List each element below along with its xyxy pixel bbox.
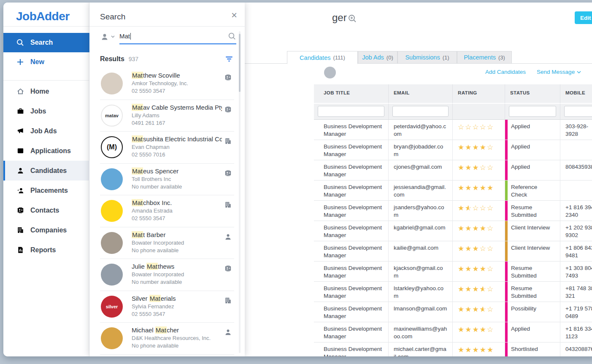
table-row[interactable]: Business Development Managerkjackson@gma… — [314, 262, 592, 282]
filter-mobile-input[interactable] — [564, 106, 592, 117]
cell-mobile: +1 303 804 7493 — [560, 262, 592, 282]
col-email[interactable]: EMAIL — [389, 84, 453, 104]
search-result-item[interactable]: matavMatav Cable Systems Media Pty Limit… — [89, 100, 245, 132]
search-result-item[interactable]: Mateus SpencerToll Brothers IncNo number… — [89, 164, 245, 196]
candidates-table: JOB TITLE EMAIL RATING STATUS MOBILE CUR… — [314, 84, 592, 356]
sidebar-item-label: Applications — [30, 147, 71, 155]
table-row[interactable]: Business Development Managerlmanson@gmai… — [314, 302, 592, 322]
jobadder-logo[interactable]: JobAdder — [16, 10, 70, 23]
table-row[interactable]: Business Development Managerkailie@gmail… — [314, 241, 592, 262]
table-row[interactable]: Business Development Managerjessiesandia… — [314, 181, 592, 201]
search-result-item[interactable]: silverSilver MaterialsSylvia Fernandez02… — [89, 291, 245, 323]
sidebar-item-job-ads[interactable]: Job Ads — [3, 121, 89, 141]
table-row[interactable]: Business Development Managerjsanders@yah… — [314, 201, 592, 221]
sidebar-item-jobs[interactable]: Jobs — [3, 101, 89, 121]
table-row[interactable]: Business Development Managerkgabriel@gma… — [314, 221, 592, 241]
star-rating[interactable]: ☆☆☆☆☆ — [458, 123, 494, 131]
col-job-title[interactable]: JOB TITLE — [314, 84, 389, 104]
top-action-buttons: Edit Job Post Job Ad Send Message — [575, 11, 592, 24]
search-submit-icon[interactable] — [228, 32, 236, 42]
result-phone: 0491 261 167 — [132, 120, 222, 126]
cell-status: Resume Submitted — [505, 282, 560, 302]
scrollbar-thumb[interactable] — [239, 34, 241, 92]
cell-status: Applied — [505, 140, 560, 160]
search-result-item[interactable]: Michael MatcherD&K Healthcare Resources,… — [89, 323, 245, 355]
cell-job-title: Business Development Manager — [314, 181, 389, 201]
sidebar-item-search[interactable]: Search — [3, 33, 89, 52]
cell-email: bryan@jobadder.com — [389, 140, 453, 160]
match-highlight: Mat — [132, 72, 143, 79]
send-message-link[interactable]: Send Message — [537, 69, 581, 75]
filter-email-input[interactable] — [392, 106, 449, 117]
star-rating[interactable]: ★★★★★ — [458, 346, 494, 354]
sidebar-item-placements[interactable]: Placements — [3, 181, 89, 200]
sidebar-item-reports[interactable]: Reports — [3, 240, 89, 260]
search-result-item[interactable]: Julie MatthewsBowater IncorporatedNo num… — [89, 259, 245, 291]
sidebar-item-applications[interactable]: Applications — [3, 141, 89, 161]
table-row[interactable]: Business Development Managerbryan@jobadd… — [314, 140, 592, 160]
result-name: Matt Barber — [132, 231, 222, 238]
result-name: Matthew Scoville — [132, 72, 222, 79]
filter-status-input[interactable] — [509, 106, 556, 117]
result-name: Matsushita Electric Industrial Co. — [132, 135, 222, 143]
star-rating[interactable]: ★★★★★ — [458, 184, 494, 192]
cell-status: Possibility — [505, 302, 560, 322]
sidebar-item-label: Companies — [30, 226, 67, 234]
cell-email: michael.carter@gmail.com — [389, 342, 453, 356]
cell-rating: ★★★☆★☆ — [453, 302, 505, 322]
star-rating[interactable]: ★★★★☆ — [458, 143, 494, 151]
status-color-bar — [505, 181, 508, 200]
sidebar-item-candidates[interactable]: Candidates — [3, 161, 89, 181]
zoom-in-icon[interactable] — [348, 14, 357, 25]
search-panel-divider — [89, 26, 245, 27]
search-result-item[interactable]: (M)Matsushita Electric Industrial Co.Eva… — [89, 132, 245, 164]
star-rating[interactable]: ★☆★☆☆☆ — [458, 204, 494, 212]
sidebar-item-companies[interactable]: Companies — [3, 220, 89, 240]
col-rating[interactable]: RATING — [453, 84, 505, 104]
tab-candidates[interactable]: Candidates(111) — [287, 51, 358, 64]
filter-icon[interactable] — [225, 56, 233, 64]
table-row[interactable]: Business Development Managermaxinewillia… — [314, 322, 592, 342]
star-rating[interactable]: ★★★★☆ — [458, 326, 494, 334]
col-mobile[interactable]: MOBILE — [560, 84, 592, 104]
window-icon — [16, 147, 24, 155]
star-rating[interactable]: ★★★☆☆ — [458, 245, 494, 253]
star-rating[interactable]: ★★★☆★☆ — [458, 285, 494, 293]
report-icon — [16, 246, 24, 254]
filter-job-title-input[interactable] — [318, 106, 384, 117]
tab-job-ads[interactable]: Job Ads(0) — [358, 51, 397, 64]
search-type-dropdown[interactable] — [100, 32, 115, 41]
search-input[interactable]: Mat — [119, 32, 131, 40]
sidebar-item-contacts[interactable]: Contacts — [3, 200, 89, 220]
building-icon — [224, 297, 232, 304]
edit-job-button[interactable]: Edit Job — [575, 11, 592, 24]
status-color-bar — [505, 221, 508, 241]
tab-submissions[interactable]: Submissions(1) — [397, 51, 457, 64]
table-row[interactable]: Business Development Managermichael.cart… — [314, 342, 592, 356]
col-status[interactable]: STATUS — [505, 84, 560, 104]
table-row[interactable]: Business Development Managerlstarkley@ya… — [314, 282, 592, 302]
star-rating[interactable]: ★★★★☆ — [458, 224, 494, 232]
star-rating[interactable]: ★★★★☆ — [458, 265, 494, 273]
cell-job-title: Business Development Manager — [314, 120, 389, 140]
search-result-item[interactable]: Matthew ScovilleAmkor Technology, Inc.02… — [89, 68, 245, 100]
close-icon[interactable]: × — [231, 10, 237, 20]
table-filter-row — [314, 104, 592, 120]
sidebar-item-home[interactable]: Home — [3, 81, 89, 101]
search-result-item[interactable]: Matchbox Inc.Amanda Estrada02 5550 3547 — [89, 195, 245, 227]
cell-rating: ★★★★☆ — [453, 221, 505, 241]
star-rating[interactable]: ★★★☆☆ — [458, 164, 494, 172]
table-row[interactable]: Business Development Managerpeterdavid@y… — [314, 120, 592, 140]
cell-email: maxinewilliams@yahoo.com — [389, 322, 453, 342]
search-results-list: Matthew ScovilleAmkor Technology, Inc.02… — [89, 68, 245, 356]
app-window: ger Edit Job Post Job Ad Send Message Ca… — [3, 3, 592, 356]
sidebar-item-new[interactable]: New — [3, 52, 89, 72]
result-avatar — [101, 200, 123, 222]
tab-placements[interactable]: Placements(3) — [457, 51, 512, 64]
search-panel: Search × Mat Results937 Matthew Scoville… — [89, 3, 245, 356]
search-result-item[interactable]: Matt BarberBowater IncorporatedNo phone … — [89, 227, 245, 259]
filter-rating-cell — [453, 104, 505, 120]
add-candidates-link[interactable]: Add Candidates — [485, 69, 526, 75]
star-rating[interactable]: ★★★☆★☆ — [458, 305, 494, 313]
table-row[interactable]: Business Development Managercjones@gmail… — [314, 160, 592, 181]
